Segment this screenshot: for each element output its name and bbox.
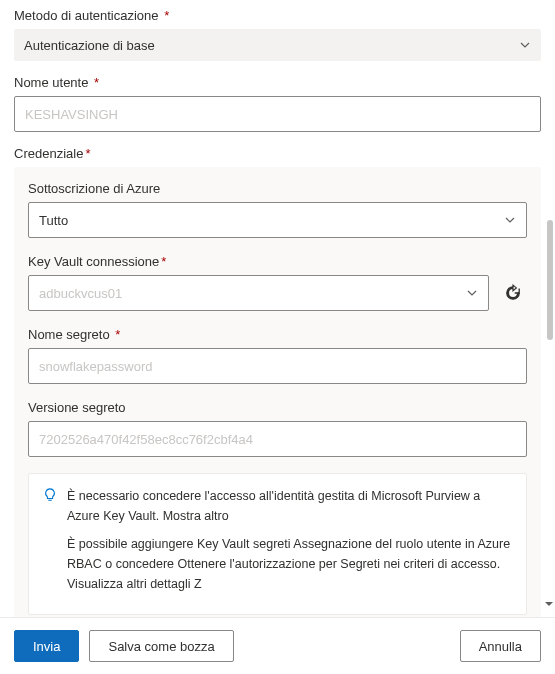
save-draft-button[interactable]: Salva come bozza	[89, 630, 233, 662]
auth-method-label: Metodo di autenticazione *	[14, 8, 541, 23]
refresh-button[interactable]	[499, 279, 527, 307]
chevron-down-icon	[466, 287, 478, 299]
username-input[interactable]	[14, 96, 541, 132]
lightbulb-icon	[43, 488, 57, 526]
secret-version-label: Versione segreto	[28, 400, 527, 415]
secret-name-input[interactable]	[28, 348, 527, 384]
cancel-button[interactable]: Annulla	[460, 630, 541, 662]
info-text-2: È possibile aggiungere Key Vault segreti…	[67, 534, 512, 594]
submit-button[interactable]: Invia	[14, 630, 79, 662]
subscription-select[interactable]: Tutto	[28, 202, 527, 238]
show-more-link[interactable]: Mostra altro	[163, 509, 229, 523]
keyvault-select[interactable]: adbuckvcus01	[28, 275, 489, 311]
chevron-down-icon	[519, 39, 531, 51]
details-link[interactable]: Visualizza altri dettagli Z	[67, 577, 202, 591]
auth-method-select[interactable]: Autenticazione di base	[14, 29, 541, 61]
subscription-label: Sottoscrizione di Azure	[28, 181, 527, 196]
scrollbar-thumb[interactable]	[547, 220, 553, 340]
username-label: Nome utente *	[14, 75, 541, 90]
credential-panel: Sottoscrizione di Azure Tutto Key Vault …	[14, 167, 541, 625]
scroll-down-icon[interactable]	[543, 598, 555, 610]
chevron-down-icon	[504, 214, 516, 226]
keyvault-label: Key Vault connessione*	[28, 254, 527, 269]
secret-name-label: Nome segreto *	[28, 327, 527, 342]
credential-title: Credenziale*	[14, 146, 541, 161]
footer: Invia Salva come bozza Annulla	[0, 617, 555, 674]
info-text-1: È necessario concedere l'accesso all'ide…	[67, 486, 512, 526]
info-box: È necessario concedere l'accesso all'ide…	[28, 473, 527, 615]
refresh-icon	[504, 284, 522, 302]
secret-version-input[interactable]	[28, 421, 527, 457]
